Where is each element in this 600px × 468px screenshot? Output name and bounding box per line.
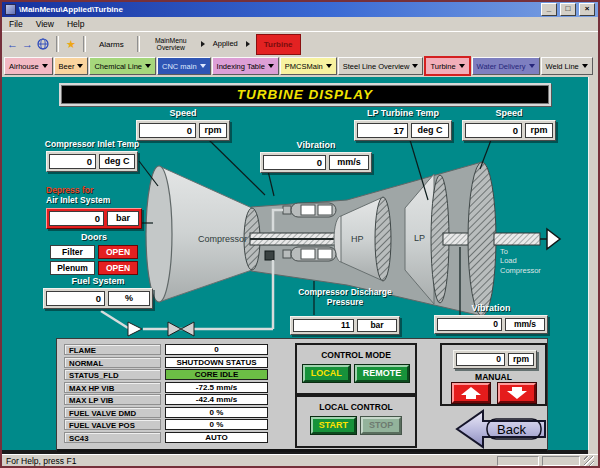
manual-decrease-button[interactable] xyxy=(498,383,536,403)
table-row: FUEL VALVE POS 0 % xyxy=(64,419,268,430)
vibration-top-readout: 0 mm/s xyxy=(260,152,372,173)
lp-turbine-temp-instrument: LP Turbine Temp 17 deg C xyxy=(354,108,452,141)
manual-label: MANUAL xyxy=(442,372,545,382)
doors-status-group: Doors Filter OPEN Plenum OPEN xyxy=(50,232,138,275)
compressor-discharge-readout: 11 bar xyxy=(290,316,400,335)
control-mode-panel: CONTROL MODE LOCAL REMOTE xyxy=(295,343,417,395)
hp-shaft xyxy=(250,233,342,245)
fuel-fitting xyxy=(265,251,274,260)
lp-label: LP xyxy=(414,233,425,243)
status-pane xyxy=(542,456,580,466)
application-window: \MainMenu\Applied\Turbine _ □ × File Vie… xyxy=(0,0,600,468)
up-arrow-icon xyxy=(459,386,483,400)
compressor-inlet-temp-instrument: Compressor Inlet Temp 0 deg C xyxy=(46,140,138,172)
filter-door-row: Filter OPEN xyxy=(50,245,138,259)
table-row: FLAME 0 xyxy=(64,344,268,355)
vibration-right-instrument: Vibration 0 mm/s xyxy=(434,303,548,334)
stop-button[interactable]: STOP xyxy=(361,417,401,434)
fuel-system-readout: 0 % xyxy=(43,288,153,309)
back-button-label: Back xyxy=(497,422,526,437)
status-table: FLAME 0 NORMAL SHUTDOWN STATUS STATUS_FL… xyxy=(64,344,268,443)
hp-label: HP xyxy=(351,234,364,244)
plenum-door-label: Plenum xyxy=(50,261,95,275)
resize-grip-icon[interactable] xyxy=(584,456,594,466)
page-title: TURBINE DISPLAY xyxy=(237,87,373,102)
fuel-system-instrument: Fuel System 0 % xyxy=(43,276,153,309)
compressor-inlet-temp-readout: 0 deg C xyxy=(46,151,138,172)
speed-right-readout: 0 rpm xyxy=(462,120,556,141)
manual-increase-button[interactable] xyxy=(452,383,490,403)
vibration-top-instrument: Vibration 0 mm/s xyxy=(260,140,372,173)
air-inlet-instrument: Depress for Air Inlet System 0 bar xyxy=(46,186,142,229)
bottom-control-strip: FLAME 0 NORMAL SHUTDOWN STATUS STATUS_FL… xyxy=(56,338,548,452)
filter-door-label: Filter xyxy=(50,245,95,259)
status-help-text: For Help, press F1 xyxy=(6,456,76,466)
speed-left-instrument: Speed 0 rpm xyxy=(136,108,230,141)
status-badge: CORE IDLE xyxy=(165,369,268,380)
table-row: FUEL VALVE DMD 0 % xyxy=(64,407,268,418)
local-control-panel: LOCAL CONTROL START STOP xyxy=(295,395,417,448)
status-pane xyxy=(497,456,539,466)
plenum-door-row: Plenum OPEN xyxy=(50,261,138,275)
status-bar: For Help, press F1 xyxy=(2,454,598,467)
back-button[interactable]: Back xyxy=(453,408,549,450)
to-load-label-2: Load xyxy=(500,256,517,265)
fuel-valve-icon xyxy=(168,322,181,336)
speed-left-readout: 0 rpm xyxy=(136,120,230,141)
start-button[interactable]: START xyxy=(311,417,356,434)
manual-panel: 0 rpm MANUAL xyxy=(440,343,547,406)
down-arrow-icon xyxy=(505,386,529,400)
to-load-label-3: Compressor xyxy=(500,266,541,275)
to-load-label-1: To xyxy=(500,247,508,256)
fuel-valve-icon xyxy=(181,322,194,336)
display-banner: TURBINE DISPLAY xyxy=(59,83,551,106)
table-row: SC43 AUTO xyxy=(64,432,268,443)
control-mode-title: CONTROL MODE xyxy=(297,350,415,360)
vibration-right-readout: 0 mm/s xyxy=(434,315,548,334)
table-row: MAX LP VIB -42.4 mm/s xyxy=(64,394,268,405)
speed-right-instrument: Speed 0 rpm xyxy=(462,108,556,141)
manual-speed-instrument: 0 rpm xyxy=(453,350,537,369)
local-button[interactable]: LOCAL xyxy=(303,365,350,382)
flow-direction-icon xyxy=(128,322,142,336)
flow-arrow-icon xyxy=(547,229,560,249)
plenum-door-status: OPEN xyxy=(98,261,138,275)
compressor-discharge-instrument: Compressor Discharge Pressure 11 bar xyxy=(290,288,400,335)
table-row: MAX HP VIB -72.5 mm/s xyxy=(64,382,268,393)
table-row: STATUS_FLD CORE IDLE xyxy=(64,369,268,380)
manual-speed-readout: 0 rpm xyxy=(453,350,537,369)
compressor-label: Compressor xyxy=(198,234,247,244)
air-inlet-pressure-readout: 0 bar xyxy=(46,208,142,229)
table-row: NORMAL SHUTDOWN STATUS xyxy=(64,357,268,368)
filter-door-status: OPEN xyxy=(98,245,138,259)
output-shaft xyxy=(494,229,560,249)
remote-button[interactable]: REMOTE xyxy=(355,365,410,382)
lp-turbine-temp-readout: 17 deg C xyxy=(354,120,452,141)
local-control-title: LOCAL CONTROL xyxy=(297,402,415,412)
